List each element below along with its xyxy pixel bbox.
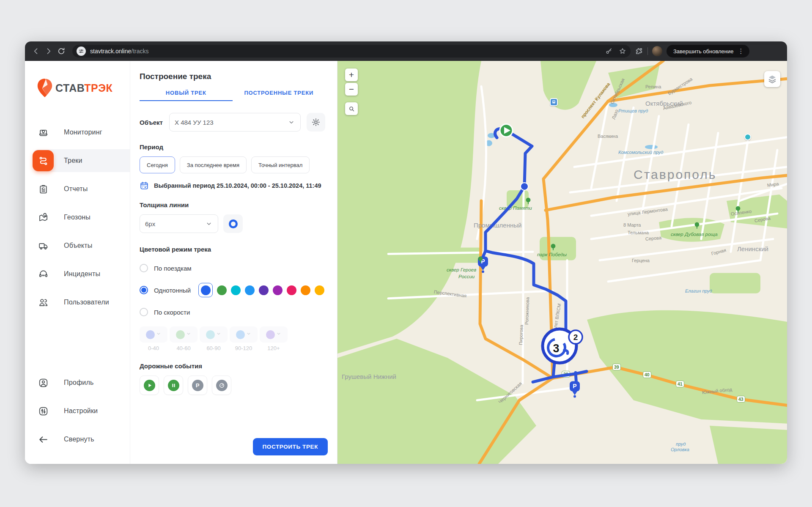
sidebar-nav: МониторингТрекиОтчетыГеозоныОбъектыИнцид… [25,121,130,319]
chevron-down-icon [276,331,282,338]
radio-row-speed: По скорости [140,304,325,320]
sidebar-item-geozones[interactable]: Геозоны [33,206,130,229]
map-canvas[interactable]: СтавропольОктябрьскийПромышленныйЛенинск… [337,61,787,464]
speed-color-select-120+[interactable] [260,326,288,343]
color-swatch-2[interactable] [231,285,241,295]
period-option-1[interactable]: За последнее время [180,156,247,173]
color-swatch-5[interactable] [273,285,283,295]
parking-marker-2[interactable]: P [570,381,580,397]
track-start-marker[interactable] [500,124,513,137]
event-parking-button[interactable]: P [188,375,207,395]
color-swatch-6[interactable] [287,285,296,295]
tab-built-tracks[interactable]: ПОСТРОЕННЫЕ ТРЕКИ [233,90,326,101]
period-option-0[interactable]: Сегодня [140,156,175,173]
back-icon[interactable] [32,47,40,55]
chevron-down-icon [186,331,192,338]
logo-text: СТАВТРЭК [55,82,112,94]
sidebar-item-label: Профиль [64,379,93,386]
radio-solid[interactable] [140,286,148,294]
event-pause-button[interactable] [164,375,183,395]
color-swatch-0[interactable] [201,285,211,295]
color-swatch-7[interactable] [301,285,310,295]
track-cluster[interactable]: 3 2 [543,329,582,363]
object-settings-button[interactable] [307,113,325,132]
zoom-out-button[interactable]: − [345,83,358,96]
sidebar-item-reports[interactable]: Отчеты [33,178,130,200]
logo-pin-icon [36,78,54,98]
speed-color-select-0-40[interactable] [140,326,167,343]
incident-icon [33,263,54,285]
forward-icon[interactable] [44,47,53,55]
radio-by-trips[interactable] [140,264,148,272]
map-search-button[interactable] [345,102,358,115]
sidebar-item-label: Пользователи [64,299,109,306]
sidebar-footer: ПрофильНастройкиСвернуть [25,371,130,464]
parking-marker-1[interactable]: P [478,256,488,273]
extensions-icon[interactable] [635,47,643,55]
pause-icon [168,380,179,391]
track-node-dot[interactable] [521,183,528,190]
sidebar-item-objects[interactable]: Объекты [33,234,130,257]
radio-row-solid: Однотонный [140,282,325,298]
address-bar[interactable]: stavtrack.online/tracks [72,45,631,58]
events-label: Дорожные события [140,362,325,370]
tab-new-track[interactable]: НОВЫЙ ТРЕК [140,90,233,101]
map-layers-button[interactable] [764,71,780,87]
speed-range-label: 90-120 [230,345,258,351]
object-label: Объект [140,119,163,126]
event-start-button[interactable] [140,375,159,395]
color-swatch-1[interactable] [217,285,227,295]
period-summary-text: Выбранный период 25.10.2024, 00:00 - 25.… [154,182,321,189]
color-swatch-3[interactable] [245,285,255,295]
profile-avatar[interactable] [652,46,662,56]
speed-color-select-60-90[interactable] [200,326,228,343]
site-settings-icon[interactable] [77,47,86,56]
cluster-count-big: 3 [553,342,559,355]
stavtrack-logo: СТАВТРЭК [36,78,130,98]
speed-color-select-40-60[interactable] [170,326,198,343]
object-select[interactable]: Х 484 УУ 123 [169,113,301,132]
build-track-button[interactable]: ПОСТРОИТЬ ТРЕК [253,438,328,455]
reload-icon[interactable] [57,47,66,55]
browser-window: stavtrack.online/tracks Завершить обновл… [25,41,787,464]
radio-solid-label: Однотонный [154,287,191,294]
period-option-2[interactable]: Точный интервал [251,156,310,173]
bookmark-star-icon[interactable] [619,47,626,55]
line-width-value: 6px [145,220,155,227]
radio-by-trips-label: По поездкам [154,265,192,272]
sidebar-collapse-button[interactable]: Свернуть [33,428,130,451]
event-speeding-button[interactable] [212,375,231,395]
browser-menu-icon[interactable]: ⋮ [738,47,744,55]
sidebar-item-tracks[interactable]: Треки [33,149,130,172]
radio-by-speed[interactable] [140,308,148,316]
sidebar-item-profile[interactable]: Профиль [33,371,130,394]
color-swatch-4[interactable] [259,285,269,295]
line-preview-ring [229,219,238,228]
monitor-icon [33,122,54,143]
layers-icon [767,74,777,84]
color-swatch-8[interactable] [315,285,324,295]
panel-tabs: НОВЫЙ ТРЕКПОСТРОЕННЫЕ ТРЕКИ [140,90,325,101]
color-swatch-selected[interactable] [198,283,213,297]
road-events: P [140,375,325,395]
sidebar-item-users[interactable]: Пользователи [33,291,130,314]
speed-color-selects [140,326,325,343]
collapse-label: Свернуть [64,436,94,443]
object-row: Объект Х 484 УУ 123 [140,113,325,132]
sidebar: СТАВТРЭК МониторингТрекиОтчетыГеозоныОбъ… [25,61,130,464]
sidebar-item-settings[interactable]: Настройки [33,400,130,422]
zoom-in-button[interactable]: + [345,69,358,81]
play-icon [144,380,155,391]
sidebar-item-label: Треки [64,157,82,164]
period-label: Период [140,143,325,151]
sidebar-item-monitoring[interactable]: Мониторинг [33,121,130,144]
finish-update-button[interactable]: Завершить обновление ⋮ [667,45,749,58]
speed-color-select-90-120[interactable] [230,326,258,343]
line-width-select[interactable]: 6px [140,214,218,233]
sidebar-item-label: Инциденты [64,270,100,278]
sidebar-item-incidents[interactable]: Инциденты [33,263,130,285]
password-key-icon[interactable] [605,47,613,55]
svg-text:P: P [573,383,576,389]
radio-row-trips: По поездкам [140,260,325,276]
search-icon [348,106,355,112]
